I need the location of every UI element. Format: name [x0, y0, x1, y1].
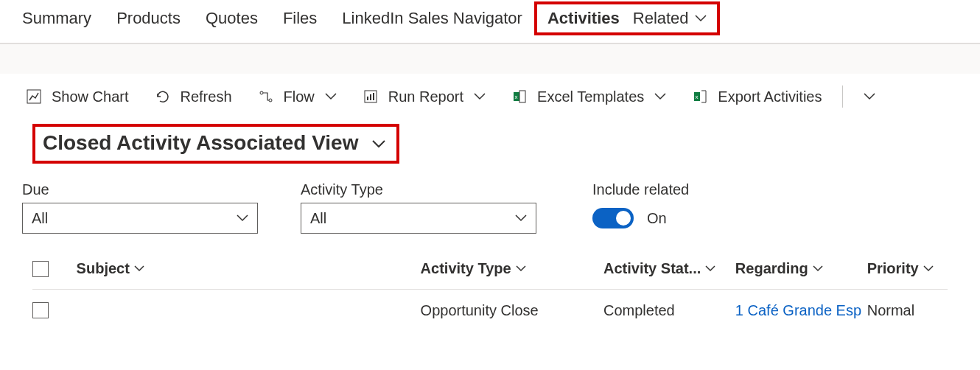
filter-due: Due All [22, 181, 258, 234]
filter-include-related: Include related On [592, 181, 689, 234]
tab-products[interactable]: Products [116, 9, 181, 28]
tab-linkedin[interactable]: LinkedIn Sales Navigator [342, 9, 522, 28]
svg-rect-4 [367, 97, 368, 100]
chart-icon [27, 89, 41, 104]
include-related-label: Include related [592, 181, 689, 198]
col-priority[interactable]: Priority [867, 260, 948, 277]
col-priority-label: Priority [867, 260, 919, 277]
toolbar-overflow-button[interactable] [864, 93, 875, 100]
excel-templates-label: Excel Templates [537, 88, 644, 105]
export-activities-button[interactable]: x Export Activities [693, 88, 822, 105]
table-header-row: Subject Activity Type Activity Stat... R… [32, 248, 948, 290]
excel-templates-button[interactable]: x Excel Templates [512, 88, 666, 105]
filter-activity-type: Activity Type All [301, 181, 536, 234]
run-report-button[interactable]: Run Report [363, 88, 486, 105]
table-row[interactable]: Opportunity Close Completed 1 Café Grand… [32, 290, 948, 331]
run-report-label: Run Report [388, 88, 463, 105]
col-subject-label: Subject [77, 260, 130, 277]
select-all-checkbox[interactable] [32, 261, 49, 277]
chevron-down-icon [654, 93, 666, 100]
cell-activity-status: Completed [603, 302, 735, 319]
refresh-button[interactable]: Refresh [155, 88, 232, 105]
toolbar: Show Chart Refresh Flow Run Report x Exc… [0, 74, 980, 115]
chevron-down-icon [515, 214, 527, 222]
excel-export-icon: x [693, 89, 707, 104]
flow-button[interactable]: Flow [259, 88, 337, 105]
svg-rect-5 [370, 94, 371, 100]
include-related-toggle[interactable] [592, 208, 634, 228]
refresh-icon [155, 89, 170, 104]
filters-row: Due All Activity Type All Include relate… [0, 175, 980, 248]
select-all-cell [32, 261, 77, 277]
col-subject[interactable]: Subject [77, 260, 421, 277]
svg-rect-8 [519, 91, 525, 102]
chevron-down-icon [923, 265, 935, 273]
show-chart-button[interactable]: Show Chart [27, 88, 129, 105]
toolbar-divider [842, 85, 843, 108]
activity-type-value: All [310, 210, 326, 227]
chevron-down-icon [695, 15, 707, 22]
col-activity-status[interactable]: Activity Stat... [603, 260, 735, 277]
cell-activity-type: Opportunity Close [421, 302, 603, 319]
col-activity-type-label: Activity Type [421, 260, 511, 277]
activity-type-combobox[interactable]: All [301, 203, 536, 234]
svg-point-2 [269, 99, 272, 102]
col-activity-type[interactable]: Activity Type [421, 260, 603, 277]
chevron-down-icon [237, 214, 248, 222]
svg-text:x: x [515, 94, 518, 100]
chevron-down-icon [371, 139, 383, 147]
view-selector-wrap: Closed Activity Associated View [0, 115, 980, 175]
view-name: Closed Activity Associated View [43, 131, 358, 155]
tab-files[interactable]: Files [283, 9, 317, 28]
filter-due-label: Due [22, 181, 258, 198]
excel-icon: x [512, 89, 527, 104]
chevron-down-icon [134, 265, 146, 273]
toggle-knob [616, 211, 631, 226]
highlighted-tabs: Activities Related [534, 1, 720, 35]
chevron-down-icon [864, 93, 875, 100]
view-selector[interactable]: Closed Activity Associated View [32, 124, 399, 164]
tab-related-label: Related [633, 9, 689, 28]
nav-tabs: Summary Products Quotes Files LinkedIn S… [0, 0, 980, 44]
chevron-down-icon [516, 265, 528, 273]
report-icon [363, 89, 378, 104]
chevron-down-icon [705, 265, 717, 273]
col-regarding-label: Regarding [735, 260, 808, 277]
activities-table: Subject Activity Type Activity Stat... R… [0, 248, 980, 331]
chevron-down-icon [325, 93, 337, 100]
svg-rect-6 [373, 93, 374, 100]
regarding-link[interactable]: 1 Café Grande Esp [735, 302, 861, 319]
tab-activities[interactable]: Activities [547, 9, 620, 28]
col-activity-status-label: Activity Stat... [603, 260, 701, 277]
due-combobox[interactable]: All [22, 203, 258, 234]
cell-regarding[interactable]: 1 Café Grande Esp [735, 302, 867, 319]
show-chart-label: Show Chart [52, 88, 129, 105]
due-value: All [32, 210, 48, 227]
cell-priority: Normal [867, 302, 948, 319]
export-activities-label: Export Activities [718, 88, 822, 105]
chevron-down-icon [813, 265, 825, 273]
refresh-label: Refresh [181, 88, 232, 105]
col-regarding[interactable]: Regarding [735, 260, 867, 277]
chevron-down-icon [474, 93, 486, 100]
row-checkbox[interactable] [32, 302, 49, 318]
tab-quotes[interactable]: Quotes [206, 9, 258, 28]
spacer [0, 44, 980, 74]
svg-text:x: x [696, 94, 699, 100]
tab-related[interactable]: Related [633, 9, 707, 28]
tab-summary[interactable]: Summary [22, 9, 91, 28]
filter-activity-type-label: Activity Type [301, 181, 536, 198]
svg-point-1 [260, 91, 263, 94]
flow-label: Flow [284, 88, 315, 105]
row-select-cell [32, 302, 77, 318]
include-related-state: On [647, 210, 667, 227]
flow-icon [259, 89, 273, 104]
